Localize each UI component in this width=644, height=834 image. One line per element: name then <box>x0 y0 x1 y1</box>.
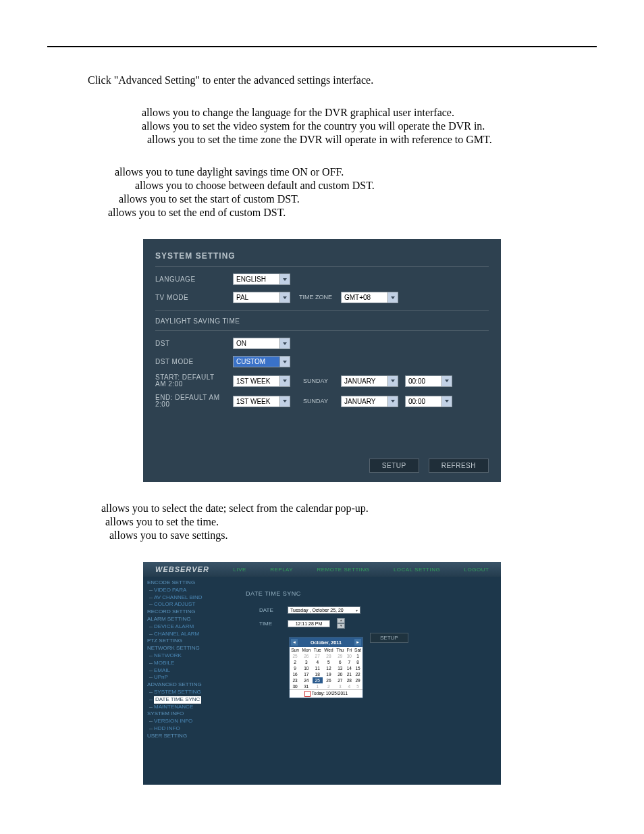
end-hour-select[interactable]: 00:00 <box>405 396 452 407</box>
start-week-select[interactable]: 1ST WEEK <box>233 375 290 387</box>
chevron-down-icon <box>441 396 452 407</box>
tree-mobile[interactable]: MOBILE <box>147 660 235 667</box>
tree-network[interactable]: NETWORK <box>147 652 235 660</box>
feat-setup: allows you to save settings. <box>109 529 597 542</box>
chevron-down-icon <box>279 292 290 303</box>
tree-upnp[interactable]: UPnP <box>147 674 235 681</box>
tree-chalarm[interactable]: CHANNEL ALARM <box>147 631 235 638</box>
dst-select[interactable]: ON <box>233 338 290 349</box>
tree-maint[interactable]: MAINTENANCE <box>147 704 235 711</box>
setup-button[interactable]: SETUP <box>369 459 419 473</box>
calendar-popup[interactable]: ◄ October, 2011 ► SunMonTueWedThuFriSat … <box>289 637 363 698</box>
feat-dst: allows you to tune daylight savings time… <box>115 166 597 178</box>
start-hour-select[interactable]: 00:00 <box>405 375 452 387</box>
language-label: LANGUAGE <box>155 276 226 283</box>
start-label: START: DEFAULT AM 2:00 <box>155 374 226 388</box>
tree-ptz[interactable]: PTZ SETTING <box>147 637 235 645</box>
language-select[interactable]: ENGLISH <box>233 273 290 285</box>
tab-remote-setting[interactable]: REMOTE SETTING <box>317 567 369 573</box>
dst-section-title: DAYLIGHT SAVING TIME <box>155 317 489 325</box>
time-spinner[interactable]: ▴▾ <box>337 618 345 629</box>
tree-adv[interactable]: ADVANCED SETTING <box>147 681 235 689</box>
panel-title: SYSTEM SETTING <box>155 251 489 261</box>
feat-dstmode: allows you to choose between default and… <box>135 180 597 192</box>
chevron-down-icon <box>279 274 290 284</box>
tvmode-select[interactable]: PAL <box>233 292 290 303</box>
feat-time: allows you to set the time. <box>105 516 597 528</box>
cal-next-icon[interactable]: ► <box>354 639 361 646</box>
tree-avbind[interactable]: AV CHANNEL BIND <box>147 594 235 602</box>
tree-sysinfo[interactable]: SYSTEM INFO <box>147 710 235 718</box>
tree-alarm[interactable]: ALARM SETTING <box>147 616 235 623</box>
date-input[interactable]: Tuesday , October 25, 20▾ <box>288 606 360 614</box>
dstmode-label: DST MODE <box>155 358 226 365</box>
time-input[interactable]: 12:11:28 PM <box>288 620 330 627</box>
end-month-select[interactable]: JANUARY <box>341 396 398 407</box>
tree-user[interactable]: USER SETTING <box>147 733 235 740</box>
main-title: DATE TIME SYNC <box>246 590 494 597</box>
tab-live[interactable]: LIVE <box>234 567 246 573</box>
tree-email[interactable]: EMAIL <box>147 667 235 675</box>
chevron-down-icon <box>387 396 398 407</box>
tab-logout[interactable]: LOGOUT <box>464 567 489 573</box>
tree-system[interactable]: SYSTEM SETTING <box>147 689 235 696</box>
chevron-down-icon: ▾ <box>356 608 358 613</box>
feat-tvmode: allows you to set the video system for t… <box>142 120 597 132</box>
dst-label: DST <box>155 340 226 347</box>
end-label: END: DEFAULT AM 2:00 <box>155 394 226 408</box>
setup-button-small[interactable]: SETUP <box>370 633 408 643</box>
tvmode-label: TV MODE <box>155 294 226 301</box>
tree-netset[interactable]: NETWORK SETTING <box>147 645 235 652</box>
webserver-panel: WEBSERVER LIVE REPLAY REMOTE SETTING LOC… <box>143 562 501 785</box>
tree-ver[interactable]: VERSION INFO <box>147 718 235 725</box>
start-month-select[interactable]: JANUARY <box>341 375 398 387</box>
cal-month: October, 2011 <box>311 640 342 645</box>
tree-video[interactable]: VIDEO PARA <box>147 587 235 594</box>
feat-start: allows you to set the start of custom DS… <box>119 193 597 205</box>
chevron-down-icon <box>279 376 290 386</box>
cal-prev-icon[interactable]: ◄ <box>291 639 298 646</box>
chevron-down-icon <box>441 376 452 386</box>
tree-hdd[interactable]: HDD INFO <box>147 725 235 733</box>
time-label: TIME <box>259 621 282 627</box>
chevron-down-icon <box>279 396 290 407</box>
feat-date: allows you to select the date; select fr… <box>101 502 597 515</box>
tree-encode[interactable]: ENCODE SETTING <box>147 579 235 587</box>
tree-dtsync[interactable]: DATE TIME SYNC <box>147 696 235 704</box>
timezone-label: TIME ZONE <box>297 294 334 301</box>
date-label: DATE <box>259 607 282 613</box>
feat-timezone: allows you to set the time zone the DVR … <box>147 134 597 146</box>
feat-language: allows you to change the language for th… <box>142 107 597 119</box>
tab-replay[interactable]: REPLAY <box>270 567 293 573</box>
tab-local-setting[interactable]: LOCAL SETTING <box>394 567 440 573</box>
start-day: SUNDAY <box>297 378 334 384</box>
chevron-down-icon <box>279 338 290 348</box>
tree-color[interactable]: COLOR ADJUST <box>147 601 235 608</box>
refresh-button[interactable]: REFRESH <box>429 459 489 473</box>
webserver-logo: WEBSERVER <box>143 565 221 573</box>
dstmode-select[interactable]: CUSTOM <box>233 356 290 367</box>
sidebar: ENCODE SETTING VIDEO PARA AV CHANNEL BIN… <box>143 577 239 743</box>
chevron-down-icon <box>279 357 290 367</box>
tree-record[interactable]: RECORD SETTING <box>147 608 235 616</box>
cal-today[interactable]: Today: 10/25/2011 <box>290 689 363 698</box>
timezone-select[interactable]: GMT+08 <box>341 292 398 303</box>
chevron-down-icon <box>387 292 398 303</box>
chevron-down-icon <box>387 376 398 386</box>
system-setting-panel: SYSTEM SETTING LANGUAGE ENGLISH TV MODE … <box>143 239 501 482</box>
intro-text: Click "Advanced Setting" to enter the ad… <box>88 74 597 86</box>
end-week-select[interactable]: 1ST WEEK <box>233 396 290 407</box>
tree-devalarm[interactable]: DEVICE ALARM <box>147 623 235 631</box>
feat-end: allows you to set the end of custom DST. <box>108 207 597 219</box>
end-day: SUNDAY <box>297 398 334 405</box>
